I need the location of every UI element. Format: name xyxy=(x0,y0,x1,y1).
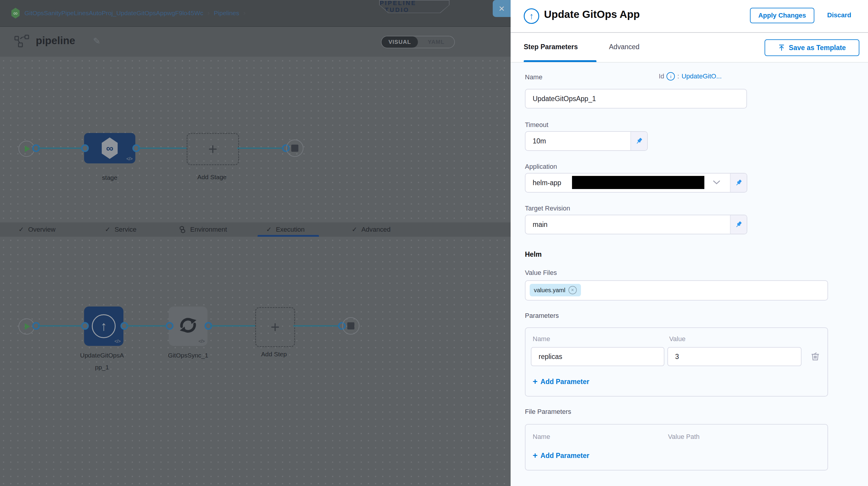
connector xyxy=(237,148,284,149)
step-id-value[interactable]: UpdateGitO... xyxy=(681,72,722,80)
code-icon: </> xyxy=(126,156,132,161)
chevron-down-icon xyxy=(713,180,720,185)
timeout-pin-button[interactable] xyxy=(630,132,647,150)
file-parameters-value-path-header: Value Path xyxy=(668,433,700,441)
file-parameters-name-header: Name xyxy=(533,433,550,441)
gitops-sync-step-node[interactable]: </> xyxy=(169,306,208,346)
project-icon: ∞ xyxy=(11,8,20,19)
stage-tabs: ✓ Overview ✓ Service Environment ✓ Execu… xyxy=(0,222,510,237)
file-parameters-label: File Parameters xyxy=(525,408,571,416)
pin-icon xyxy=(735,179,743,187)
remove-chip-icon[interactable]: × xyxy=(568,286,577,294)
target-revision-input[interactable]: main xyxy=(525,215,747,234)
add-step-button[interactable]: + xyxy=(255,307,295,347)
port xyxy=(81,322,89,330)
close-panel-button[interactable]: × xyxy=(493,0,510,17)
pipeline-title: pipeline xyxy=(36,35,75,47)
breadcrumb-separator: › xyxy=(244,9,246,17)
tab-environment[interactable]: Environment xyxy=(179,222,227,237)
target-revision-pin-button[interactable] xyxy=(730,215,747,234)
pipeline-titlebar: pipeline ✎ VISUAL YAML xyxy=(0,27,510,57)
breadcrumb-separator: › xyxy=(208,9,210,17)
execution-canvas: ↑ </> </> + UpdateGitOpsA pp_1 xyxy=(0,237,510,486)
close-icon: × xyxy=(499,3,505,14)
pipeline-end-node xyxy=(286,140,304,157)
parameters-label: Parameters xyxy=(525,312,559,320)
target-revision-label: Target Revision xyxy=(525,205,570,212)
stage-label: stage xyxy=(102,174,117,181)
breadcrumb-pipelines-link[interactable]: Pipelines xyxy=(214,9,239,17)
connector xyxy=(138,148,187,149)
parameters-name-header: Name xyxy=(533,335,550,343)
check-icon: ✓ xyxy=(266,226,272,234)
panel-body: Name Id i : UpdateGitO... UpdateGitOpsAp… xyxy=(510,63,868,486)
toggle-visual[interactable]: VISUAL xyxy=(381,36,418,48)
play-icon xyxy=(25,323,30,330)
pipeline-studio-badge: PIPELINE STUDIO xyxy=(379,0,450,13)
plus-icon: + xyxy=(533,377,537,387)
parameters-card: Name Value replicas 3 + Add Parameter xyxy=(525,327,828,397)
tab-advanced-panel[interactable]: Advanced xyxy=(609,43,640,51)
plus-icon: + xyxy=(271,319,280,335)
parameter-name-input[interactable]: replicas xyxy=(531,347,664,366)
connector xyxy=(37,148,84,149)
check-icon: ✓ xyxy=(19,226,24,234)
save-as-template-button[interactable]: Save as Template xyxy=(765,39,859,56)
edit-pencil-icon[interactable]: ✎ xyxy=(93,36,100,46)
discard-button[interactable]: Discard xyxy=(827,11,851,19)
plus-icon: + xyxy=(533,451,537,460)
panel-header: ↑ Update GitOps App Apply Changes Discar… xyxy=(510,0,868,33)
pipeline-graph-icon xyxy=(14,35,30,49)
update-gitops-app-step-node[interactable]: ↑ </> xyxy=(84,306,123,346)
add-stage-label: Add Stage xyxy=(197,174,226,181)
step-label: GitOpsSync_1 xyxy=(168,352,208,359)
port xyxy=(81,144,89,152)
tab-overview[interactable]: ✓ Overview xyxy=(19,222,56,237)
timeout-input[interactable]: 10m xyxy=(525,131,648,151)
check-icon: ✓ xyxy=(352,226,357,234)
tab-execution[interactable]: ✓ Execution xyxy=(266,222,305,237)
breadcrumb: ∞ GitOpsSanityPipeLinesAutoProj_UpdateGi… xyxy=(11,8,246,19)
step-label: pp_1 xyxy=(95,364,109,371)
parameter-value-input[interactable]: 3 xyxy=(668,347,802,366)
application-label: Application xyxy=(525,163,557,171)
application-pin-button[interactable] xyxy=(730,174,747,192)
apply-changes-button[interactable]: Apply Changes xyxy=(750,8,814,23)
step-label: UpdateGitOpsA xyxy=(80,352,124,359)
helm-heading: Helm xyxy=(525,250,541,259)
name-input[interactable]: UpdateGitOpsApp_1 xyxy=(525,89,747,109)
tab-advanced[interactable]: ✓ Advanced xyxy=(352,222,391,237)
add-file-parameter-button[interactable]: + Add Parameter xyxy=(533,451,589,460)
stage-node[interactable]: ∞ </> xyxy=(84,133,135,163)
add-parameter-button[interactable]: + Add Parameter xyxy=(533,377,589,387)
stage-canvas: ∞ </> + stage Add Stage xyxy=(0,57,510,222)
info-icon[interactable]: i xyxy=(666,72,675,81)
name-label: Name xyxy=(525,73,542,81)
add-stage-button[interactable]: + xyxy=(187,133,239,165)
check-icon: ✓ xyxy=(105,226,110,234)
toggle-yaml[interactable]: YAML xyxy=(418,36,454,48)
execution-end-node xyxy=(342,317,360,335)
connector xyxy=(210,325,255,327)
port xyxy=(166,322,174,330)
parameters-value-header: Value xyxy=(669,335,686,343)
trash-icon[interactable] xyxy=(811,351,820,361)
environment-icon xyxy=(179,226,186,234)
stop-icon xyxy=(347,322,354,330)
connector xyxy=(37,325,84,327)
breadcrumb-project-link[interactable]: GitOpsSanityPipeLinesAutoProj_UpdateGitO… xyxy=(25,9,203,17)
code-icon: </> xyxy=(115,339,120,344)
step-id: Id i : UpdateGitO... xyxy=(659,72,722,81)
gitops-stage-icon: ∞ xyxy=(100,138,119,159)
redacted-value xyxy=(572,176,704,189)
code-icon: </> xyxy=(198,339,205,344)
value-file-chip: values.yaml × xyxy=(530,284,581,296)
application-select[interactable]: helm-app xyxy=(525,173,747,192)
tab-service[interactable]: ✓ Service xyxy=(105,222,136,237)
step-config-panel: ↑ Update GitOps App Apply Changes Discar… xyxy=(510,0,868,486)
sync-icon xyxy=(178,315,198,336)
pin-icon xyxy=(735,220,743,229)
visual-yaml-toggle: VISUAL YAML xyxy=(381,36,455,48)
tab-step-parameters[interactable]: Step Parameters xyxy=(524,43,578,51)
arrow-up-circle-icon: ↑ xyxy=(92,314,116,338)
